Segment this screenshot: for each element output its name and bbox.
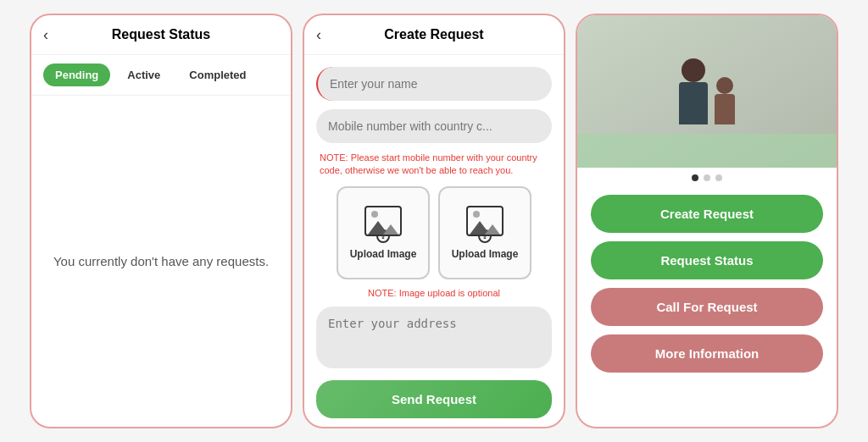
request-status-button[interactable]: Request Status [591,241,823,279]
dot-1[interactable] [692,174,698,181]
header-create-request: ‹ Create Request [304,15,564,55]
image-frame-icon-1 [364,206,402,236]
upload-label-1: Upload Image [350,248,417,260]
request-status-screen: ‹ Request Status Pending Active Complete… [30,14,292,428]
hero-banner [577,15,837,168]
upload-row: ⇧ Upload Image ⇧ Upload Image [316,186,552,279]
create-request-screen: ‹ Create Request NOTE: Please start mobi… [303,14,565,428]
back-arrow-icon[interactable]: ‹ [43,26,48,44]
address-input[interactable] [316,307,552,368]
empty-state: You currently don't have any requests. [31,96,291,427]
tab-pending[interactable]: Pending [43,64,110,86]
upload-image-1[interactable]: ⇧ Upload Image [337,186,430,279]
header-request-status: ‹ Request Status [31,15,291,55]
upload-label-2: Upload Image [452,248,519,260]
tab-completed[interactable]: Completed [177,64,258,86]
home-screen: Create Request Request Status Call For R… [576,14,838,428]
tab-bar: Pending Active Completed [31,55,291,96]
empty-message: You currently don't have any requests. [53,254,269,268]
image-frame-icon-2 [466,206,504,236]
upload-image-2[interactable]: ⇧ Upload Image [438,186,531,279]
carousel-dots [577,168,837,188]
table-surface [577,134,837,168]
hero-people-illustration [577,15,837,168]
child-person [715,77,735,124]
name-input[interactable] [316,67,552,101]
action-buttons: Create Request Request Status Call For R… [577,188,837,386]
mobile-input[interactable] [316,109,552,143]
screen2-title: Create Request [384,27,483,42]
upload-note: NOTE: Image upload is optional [316,288,552,298]
more-information-button[interactable]: More Information [591,334,823,373]
screens-container: ‹ Request Status Pending Active Complete… [0,0,868,442]
form-container: NOTE: Please start mobile number with yo… [304,55,564,380]
dot-3[interactable] [715,174,722,181]
mobile-note: NOTE: Please start mobile number with yo… [316,152,552,178]
call-for-request-button[interactable]: Call For Request [591,288,823,326]
screen1-title: Request Status [112,27,210,42]
dot-2[interactable] [704,174,710,181]
back-arrow-icon-2[interactable]: ‹ [316,26,321,44]
send-request-button[interactable]: Send Request [316,380,552,418]
tab-active[interactable]: Active [115,64,172,86]
adult-person [679,58,708,124]
create-request-button[interactable]: Create Request [591,195,823,233]
